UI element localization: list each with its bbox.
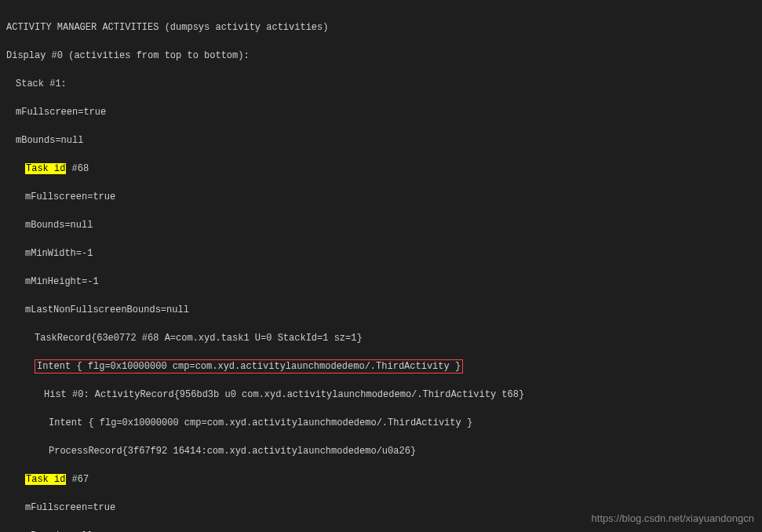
output-line: mLastNonFullscreenBounds=null (6, 303, 756, 317)
watermark-text: https://blog.csdn.net/xiayuandongcn (592, 512, 754, 526)
output-line: ProcessRecord{3f67f92 16414:com.xyd.acti… (6, 444, 756, 458)
output-line: mBounds=null (6, 133, 756, 148)
output-line: mMinWidth=-1 (6, 246, 756, 261)
output-line: mFullscreen=true (6, 190, 756, 204)
output-line: Stack #1: (6, 77, 756, 91)
output-line: Display #0 (activities from top to botto… (6, 49, 756, 63)
highlight-task-id: Task id (25, 163, 66, 174)
output-line: mBounds=null (6, 529, 756, 532)
output-line: mBounds=null (6, 218, 756, 232)
output-line: mFullscreen=true (6, 105, 756, 119)
output-line: mMinHeight=-1 (6, 275, 756, 289)
output-line: Task id #68 (6, 162, 756, 176)
task-number: #67 (66, 474, 89, 485)
highlight-box-intent: Intent { flg=0x10000000 cmp=com.xyd.acti… (35, 359, 463, 373)
output-line: Intent { flg=0x10000000 cmp=com.xyd.acti… (6, 416, 756, 430)
highlight-task-id: Task id (25, 474, 66, 485)
output-line: Intent { flg=0x10000000 cmp=com.xyd.acti… (6, 359, 756, 373)
task-number: #68 (66, 163, 89, 174)
terminal-output: ACTIVITY MANAGER ACTIVITIES (dumpsys act… (0, 0, 762, 532)
output-line: Task id #67 (6, 472, 756, 486)
output-line: ACTIVITY MANAGER ACTIVITIES (dumpsys act… (6, 20, 756, 35)
output-line: TaskRecord{63e0772 #68 A=com.xyd.task1 U… (6, 331, 756, 345)
output-line: Hist #0: ActivityRecord{956bd3b u0 com.x… (6, 388, 756, 402)
